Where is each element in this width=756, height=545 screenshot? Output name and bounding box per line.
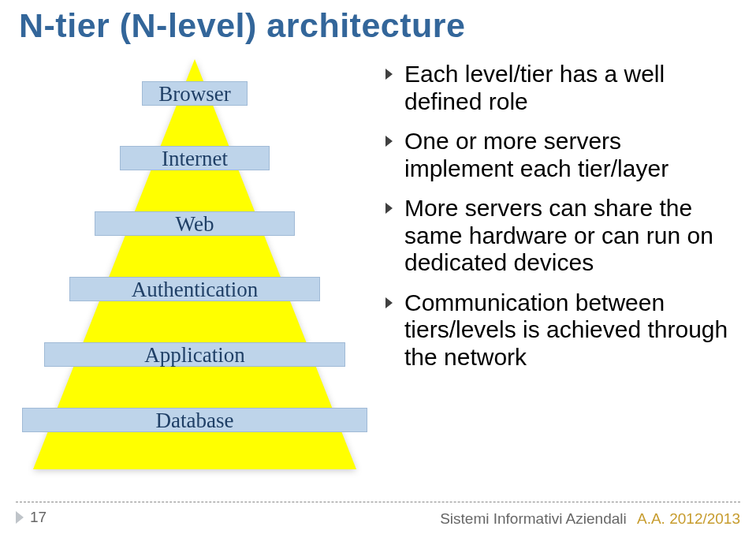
layer-browser: Browser: [142, 81, 248, 106]
footer-arrow-icon: [16, 511, 24, 524]
pyramid-diagram: Browser Internet Web Authentication Appl…: [16, 54, 374, 480]
bullet-list: Each level/tier has a well defined role …: [374, 54, 740, 484]
layer-internet: Internet: [120, 146, 270, 170]
page-number: 17: [30, 509, 47, 526]
footer-year: A.A. 2012/2013: [637, 510, 740, 527]
page-title: N-tier (N-level) architecture: [19, 6, 740, 45]
slide-footer: 17 Sistemi Informativi Aziendali A.A. 20…: [16, 502, 740, 528]
layer-database: Database: [22, 408, 367, 432]
layer-application: Application: [44, 342, 345, 367]
layer-web: Web: [95, 211, 295, 236]
bullet-2: One or more servers implement each tier/…: [385, 128, 732, 182]
footer-source: Sistemi Informativi Aziendali: [440, 510, 627, 527]
bullet-3: More servers can share the same hardware…: [385, 195, 732, 277]
bullet-1: Each level/tier has a well defined role: [385, 61, 732, 115]
layer-authentication: Authentication: [69, 277, 320, 301]
bullet-4: Communication between tiers/levels is ac…: [385, 289, 732, 371]
